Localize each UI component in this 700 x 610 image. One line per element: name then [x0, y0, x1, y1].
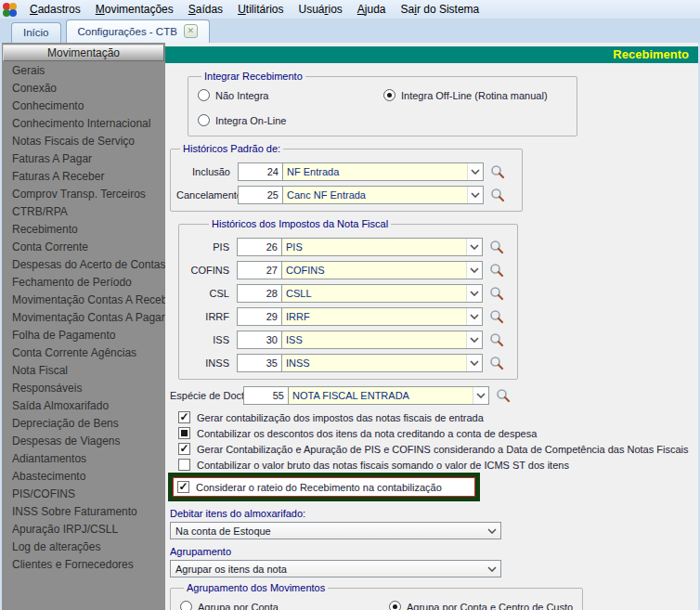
sidebar-item-inss-sobre-faturamento[interactable]: INSS Sobre Faturamento	[2, 503, 165, 521]
radio-integra-online[interactable]: Integra On-Line	[198, 114, 383, 126]
cancelamento-combo[interactable]: Canc NF Entrada	[283, 186, 484, 204]
irrf-combo[interactable]: IRRF	[282, 307, 483, 326]
cofins-combo[interactable]: COFINS	[282, 261, 483, 279]
tab-configuracoes-ctb[interactable]: Configurações - CTB ✕	[66, 19, 210, 43]
sidebar-item-mov-contas-a-pagar[interactable]: Movimentação Contas A Pagar	[2, 309, 165, 327]
cancelamento-code-input[interactable]: 25	[238, 186, 283, 204]
inclusao-code-input[interactable]: 24	[238, 162, 283, 181]
inss-code-input[interactable]: 35	[237, 354, 282, 372]
sidebar-item-faturas-a-receber[interactable]: Faturas A Receber	[2, 168, 165, 186]
menu-saidas[interactable]: Saídas	[181, 1, 230, 18]
search-icon[interactable]	[489, 240, 504, 254]
csl-code-input[interactable]: 28	[237, 284, 282, 303]
search-icon[interactable]	[490, 188, 505, 202]
tab-close-icon[interactable]: ✕	[184, 24, 198, 38]
menu-movimentacoes[interactable]: Movimentações	[88, 1, 181, 18]
radio-agrupa-por-conta[interactable]: Agrupa por Conta	[180, 601, 389, 610]
menu-ajuda[interactable]: Ajuda	[350, 1, 394, 18]
sidebar-item-abastecimento[interactable]: Abastecimento	[2, 468, 165, 486]
csl-label: CSL	[185, 288, 237, 299]
chevron-down-icon[interactable]	[466, 239, 482, 255]
sidebar-item-conta-corrente-agencias[interactable]: Conta Corrente Agências	[2, 344, 165, 362]
iss-combo[interactable]: ISS	[282, 331, 483, 349]
sidebar-item-pis-cofins[interactable]: PIS/COFINS	[2, 486, 165, 503]
chevron-down-icon[interactable]	[484, 528, 500, 534]
search-icon[interactable]	[489, 309, 504, 324]
iss-code-input[interactable]: 30	[237, 331, 282, 349]
menu-cadastros[interactable]: Cadastros	[22, 1, 88, 18]
sidebar-item-fechamento-periodo[interactable]: Fechamento de Período	[2, 274, 165, 292]
irrf-code-input[interactable]: 29	[237, 307, 282, 326]
radio-agrupa-conta-centro-custo[interactable]: Agrupa por Conta e Centro de Custo	[389, 601, 573, 610]
search-icon[interactable]	[489, 332, 504, 347]
chevron-down-icon[interactable]	[466, 285, 482, 302]
chevron-down-icon[interactable]	[467, 163, 483, 180]
search-icon[interactable]	[490, 164, 505, 179]
sidebar-item-ctrb-rpa[interactable]: CTRB/RPA	[2, 203, 165, 221]
sidebar-item-responsaveis[interactable]: Responsáveis	[2, 380, 165, 397]
sidebar-item-apuracao-irpj-csll[interactable]: Apuração IRPJ/CSLL	[2, 521, 165, 539]
menu-utilitarios[interactable]: Utilitários	[230, 1, 291, 18]
debitar-select[interactable]: Na conta de Estoque	[170, 522, 501, 539]
pis-code-input[interactable]: 26	[237, 238, 282, 256]
sidebar-item-conhecimento-internacional[interactable]: Conhecimento Internacional	[2, 115, 165, 133]
check-gerar-apuracao-pis-cofins[interactable]: Gerar Contabilização e Apuração de PIS e…	[178, 441, 698, 457]
checkbox-icon[interactable]	[177, 481, 189, 493]
chevron-down-icon[interactable]	[473, 387, 488, 404]
sidebar-item-mov-contas-a-receber[interactable]: Movimentação Contas A Receber	[2, 292, 165, 309]
check-considerar-rateio-recebimento[interactable]: Considerar o rateio do Recebimento na co…	[177, 479, 473, 495]
menu-usuarios[interactable]: Usuários	[291, 1, 349, 18]
sidebar-item-conhecimento[interactable]: Conhecimento	[2, 97, 165, 115]
sidebar-item-despesas-viagens[interactable]: Despesas de Viagens	[2, 433, 165, 450]
radio-nao-integra-circle[interactable]	[198, 89, 210, 101]
sidebar-item-clientes-fornecedores[interactable]: Clientes e Fornecedores	[2, 556, 165, 574]
sidebar-item-log-alteracoes[interactable]: Log de alterações	[2, 539, 165, 556]
cofins-code-input[interactable]: 27	[237, 261, 282, 279]
checkbox-icon[interactable]	[178, 443, 190, 455]
menu-sair-do-sistema[interactable]: Sair do Sistema	[394, 1, 487, 18]
check-gerar-contabilizacao-impostos[interactable]: Gerar contabilização dos impostos das no…	[178, 409, 698, 425]
sidebar-item-comprov-transp-terceiros[interactable]: Comprov Transp. Terceiros	[2, 186, 165, 203]
csl-combo[interactable]: CSLL	[282, 284, 483, 303]
chevron-down-icon[interactable]	[467, 187, 483, 203]
radio-agrupa-conta-circle[interactable]	[180, 601, 192, 610]
sidebar-item-conta-corrente[interactable]: Conta Corrente	[2, 239, 165, 256]
checkbox-icon[interactable]	[178, 459, 190, 471]
radio-integra-online-circle[interactable]	[198, 114, 210, 126]
sidebar-item-folha-pagamento[interactable]: Folha de Pagamento	[2, 327, 165, 344]
sidebar-item-despesas-acerto-contas[interactable]: Despesas do Acerto de Contas	[2, 256, 165, 274]
check-contabilizar-descontos[interactable]: Contabilizar os descontos dos itens da n…	[178, 425, 698, 441]
chevron-down-icon[interactable]	[466, 308, 482, 325]
chevron-down-icon[interactable]	[466, 331, 482, 348]
search-icon[interactable]	[489, 286, 504, 301]
sidebar-item-saida-almoxarifado[interactable]: Saída Almoxarifado	[2, 397, 165, 415]
search-icon[interactable]	[489, 356, 504, 370]
checkbox-icon[interactable]	[178, 427, 190, 439]
sidebar-item-adiantamentos[interactable]: Adiantamentos	[2, 450, 165, 468]
especie-combo[interactable]: NOTA FISCAL ENTRADA	[289, 386, 489, 405]
inss-combo[interactable]: INSS	[282, 354, 483, 372]
sidebar-item-conexao[interactable]: Conexão	[2, 80, 165, 97]
sidebar-item-notas-fiscais-servico[interactable]: Notas Fiscais de Serviço	[2, 133, 165, 150]
checkbox-icon[interactable]	[178, 411, 190, 423]
sidebar-item-nota-fiscal[interactable]: Nota Fiscal	[2, 362, 165, 380]
chevron-down-icon[interactable]	[466, 355, 482, 371]
inclusao-combo[interactable]: NF Entrada	[283, 162, 484, 181]
radio-agrupa-centro-circle[interactable]	[389, 601, 401, 610]
check-contabilizar-valor-bruto[interactable]: Contabilizar o valor bruto das notas fis…	[178, 457, 698, 473]
chevron-down-icon[interactable]	[466, 262, 482, 279]
radio-nao-integra[interactable]: Não Integra	[198, 89, 383, 101]
chevron-down-icon[interactable]	[484, 566, 500, 572]
radio-integra-offline-circle[interactable]	[383, 89, 395, 101]
pis-combo[interactable]: PIS	[282, 238, 483, 256]
sidebar-item-gerais[interactable]: Gerais	[2, 62, 165, 80]
radio-integra-offline[interactable]: Integra Off-Line (Rotina manual)	[383, 89, 567, 101]
sidebar-item-depreciacao-bens[interactable]: Depreciação de Bens	[2, 415, 165, 433]
especie-code-input[interactable]: 55	[243, 386, 289, 405]
search-icon[interactable]	[489, 263, 504, 278]
agrupamento-select[interactable]: Agrupar os itens da nota	[170, 560, 501, 578]
sidebar-item-recebimento[interactable]: Recebimento	[2, 221, 165, 239]
search-icon[interactable]	[496, 388, 511, 403]
sidebar-item-faturas-a-pagar[interactable]: Faturas A Pagar	[2, 150, 165, 168]
tab-inicio[interactable]: Início	[11, 22, 61, 43]
